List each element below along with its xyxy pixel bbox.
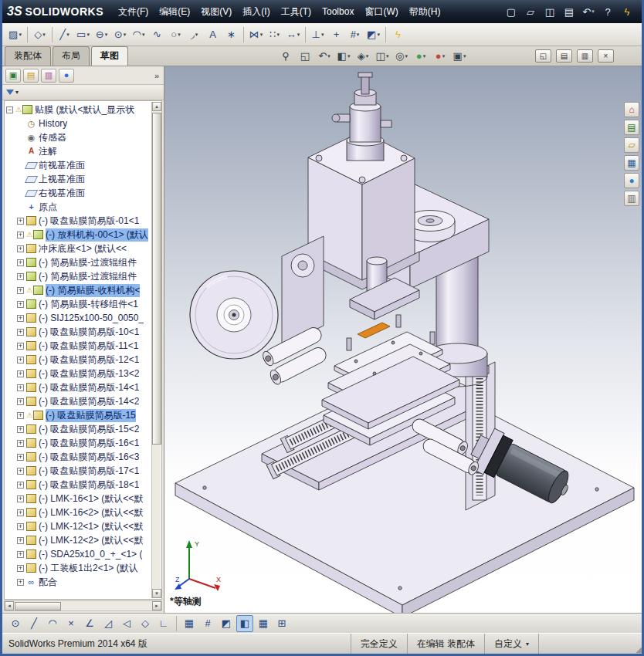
tree-expander-icon[interactable]: + (17, 468, 24, 475)
zoom-area-icon[interactable]: ◱ (297, 48, 314, 64)
file-explorer-icon[interactable]: ▱ (624, 137, 639, 153)
tree-vertical-scrollbar[interactable]: ▲ ▼ (151, 102, 161, 598)
menu-file[interactable]: 文件(F) (113, 2, 154, 22)
tree-expander-icon[interactable]: + (17, 357, 24, 364)
tree-expander-icon[interactable]: + (17, 454, 24, 461)
tree-item[interactable]: 上视基准面 (6, 172, 151, 186)
tree-expander-icon[interactable]: + (17, 329, 24, 336)
appearances-icon[interactable]: ● (624, 173, 639, 188)
tree-expander-icon[interactable]: + (17, 245, 24, 252)
tree-item[interactable]: +⚠(-) 吸盘贴膜简易版-15 (6, 408, 151, 422)
scroll-thumb[interactable] (15, 602, 61, 610)
tree-item[interactable]: +(-) 吸盘贴膜简易版-14<2 (6, 394, 151, 408)
sketch-snap-corner-icon[interactable]: ∟ (155, 615, 172, 632)
tree-item[interactable]: +(-) LMK-16<2> (默认<<默 (6, 506, 151, 519)
menu-edit[interactable]: 编辑(E) (154, 2, 195, 22)
spline-tool-icon[interactable]: ∿ (148, 25, 166, 44)
tree-item[interactable]: +冲床底座<1> (默认<< (6, 242, 151, 255)
scroll-right-icon[interactable]: ► (152, 601, 161, 610)
ellipse-tool-icon[interactable]: ○▾ (167, 25, 185, 44)
menu-insert[interactable]: 插入(I) (237, 2, 275, 22)
scroll-up-icon[interactable]: ▲ (152, 102, 161, 111)
propertymanager-tab-icon[interactable]: ▤ (23, 69, 39, 83)
menu-help[interactable]: 帮助(H) (404, 2, 446, 22)
sketch-snap-midpoint-icon[interactable]: ◁ (118, 615, 135, 632)
tree-expander-icon[interactable]: + (17, 259, 24, 266)
tree-expander-icon[interactable]: + (17, 426, 24, 433)
tree-expander-icon[interactable]: + (17, 301, 24, 308)
tree-expander-icon[interactable]: + (17, 440, 24, 447)
tree-expander-icon[interactable]: + (17, 273, 24, 280)
tree-expander-icon[interactable]: + (17, 579, 24, 586)
grid-toggle-icon[interactable]: ▦ (255, 615, 272, 632)
tree-expander-icon[interactable]: + (17, 565, 24, 572)
tree-expander-icon[interactable]: + (17, 384, 24, 391)
scroll-left-icon[interactable]: ◄ (5, 601, 14, 610)
zoom-fit-icon[interactable]: ⚲ (277, 48, 294, 64)
linear-pattern-icon[interactable]: ∷▾ (266, 25, 283, 44)
mirror-entities-icon[interactable]: ⋈▾ (247, 25, 265, 44)
tree-item[interactable]: +(-) 吸盘贴膜简易版-14<1 (6, 380, 151, 394)
rapid-sketch-icon[interactable]: ◩▾ (364, 25, 382, 44)
quick-snaps-icon[interactable]: #▾ (346, 25, 364, 44)
doc-tile-horizontal-icon[interactable]: ▤ (556, 49, 572, 63)
tree-item[interactable]: 右视基准面 (6, 186, 151, 200)
view-settings-icon[interactable]: ▣▾ (451, 48, 468, 64)
doc-restore-icon[interactable]: ◱ (535, 49, 551, 63)
arc-tool-icon[interactable]: ◠▾ (130, 25, 147, 44)
status-custom[interactable]: 自定义 ▾ (484, 634, 538, 654)
tree-item[interactable]: +(-) 吸盘贴膜简易版-11<1 (6, 339, 151, 353)
tab-sketch[interactable]: 草图 (91, 46, 128, 66)
resize-grip[interactable]: ◢ (631, 634, 642, 654)
snap-settings-icon[interactable]: # (199, 615, 216, 632)
tree-item[interactable]: ◷History (6, 117, 151, 130)
circle-tool-icon[interactable]: ⊙▾ (111, 25, 129, 44)
tree-item[interactable]: +(-) 工装板1出2<1> (默认 (6, 561, 151, 575)
tree-item[interactable]: +(-) 简易贴膜-过渡辊组件 (6, 269, 151, 283)
tree-item[interactable]: +(-) SDA25x10_0_+_<1> ( (6, 547, 151, 561)
tree-expander-icon[interactable]: + (17, 315, 24, 322)
line-tool-icon[interactable]: ╱▾ (56, 25, 73, 44)
tree-expander-icon[interactable]: + (17, 232, 24, 238)
tree-item[interactable]: +⚠(-) 放料机构-00<1> (默认 (6, 228, 151, 242)
tree-item[interactable]: +(-) 吸盘贴膜简易版-10<1 (6, 325, 151, 339)
grid-settings-icon[interactable]: ▦ (181, 615, 198, 632)
tree-expander-icon[interactable]: − (6, 107, 13, 113)
scroll-thumb[interactable] (152, 113, 161, 445)
tree-item[interactable]: +(-) LMK-12<1> (默认<<默 (6, 519, 151, 533)
table-icon[interactable]: ⊞ (273, 615, 290, 632)
model-3d-view[interactable] (164, 66, 642, 613)
custom-properties-icon[interactable]: ▥ (624, 191, 639, 206)
save-icon[interactable]: ◫ (541, 3, 558, 20)
tree-item[interactable]: +(-) 简易贴膜-过渡辊组件 (6, 255, 151, 269)
tree-item[interactable]: 前视基准面 (6, 158, 151, 172)
view-palette-icon[interactable]: ▦ (624, 155, 639, 171)
tree-expander-icon[interactable]: + (17, 287, 24, 294)
display-relations-icon[interactable]: ⊥▾ (309, 25, 327, 44)
solidworks-resources-icon[interactable]: ⌂ (624, 102, 639, 117)
tab-assembly[interactable]: 装配体 (5, 46, 51, 66)
open-document-icon[interactable]: ▱ (522, 3, 539, 20)
doc-tile-vertical-icon[interactable]: ▥ (577, 49, 593, 63)
tree-item[interactable]: +(-) 吸盘贴膜简易版-17<1 (6, 464, 151, 478)
design-library-icon[interactable]: ▤ (624, 120, 639, 135)
tree-item[interactable]: +(-) 吸盘贴膜简易版-12<1 (6, 353, 151, 367)
instant2d-icon[interactable]: ϟ (389, 25, 407, 44)
edit-appearance-icon[interactable]: ●▾ (412, 48, 429, 64)
configurationmanager-tab-icon[interactable]: ▥ (41, 69, 56, 83)
smart-dimension-icon[interactable]: ◇▾ (31, 25, 49, 44)
filter-funnel-icon[interactable] (6, 90, 14, 95)
tree-item[interactable]: +原点 (6, 200, 151, 214)
tab-layout[interactable]: 布局 (53, 46, 90, 66)
tree-item[interactable]: A注解 (6, 144, 151, 158)
help-icon[interactable]: ? (599, 3, 616, 20)
graphics-area[interactable]: Y X Z *等轴测 (164, 66, 642, 613)
tree-expander-icon[interactable]: + (17, 398, 24, 405)
tree-item[interactable]: +(-) LMK-16<1> (默认<<默 (6, 492, 151, 506)
panel-overflow-chevron[interactable]: » (154, 71, 161, 80)
fillet-tool-icon[interactable]: ◞▾ (185, 25, 203, 44)
tree-item-mates[interactable]: +∞配合 (6, 575, 151, 589)
menu-window[interactable]: 窗口(W) (359, 2, 403, 22)
move-entities-icon[interactable]: ↔▾ (284, 25, 302, 44)
point-tool-icon[interactable]: ∗ (222, 25, 240, 44)
